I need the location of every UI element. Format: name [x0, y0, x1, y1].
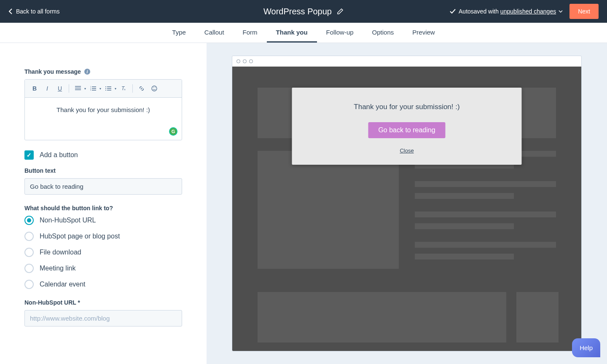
browser-frame: Thank you for your submission! :) Go bac…: [232, 56, 582, 351]
preview-popup: Thank you for your submission! :) Go bac…: [292, 88, 522, 165]
grammarly-icon[interactable]: [169, 127, 177, 136]
header-title-group: WordPress Popup: [263, 7, 344, 16]
autosave-text: Autosaved with unpublished changes: [459, 8, 556, 15]
header-right: Autosaved with unpublished changes Next: [449, 4, 599, 19]
back-label: Back to all forms: [16, 8, 59, 15]
tab-callout[interactable]: Callout: [195, 23, 234, 43]
browser-dot-icon: [243, 59, 247, 63]
skeleton-line: [415, 181, 556, 187]
radio-label: Meeting link: [40, 265, 75, 272]
info-icon[interactable]: i: [84, 69, 90, 75]
link-button[interactable]: [136, 83, 147, 94]
editor-toolbar: B I U ▾ 123▾ ▾ T×: [25, 80, 182, 98]
svg-point-3: [105, 86, 106, 87]
radio-option[interactable]: File download: [24, 248, 182, 257]
unordered-list-button[interactable]: [103, 83, 114, 94]
popup-message: Thank you for your submission! :): [305, 103, 509, 111]
preview-panel: Thank you for your submission! :) Go bac…: [207, 43, 607, 364]
back-link[interactable]: Back to all forms: [8, 8, 59, 15]
chevron-down-icon: [559, 10, 563, 13]
radio-button[interactable]: [24, 232, 34, 241]
caret-icon: ▾: [99, 87, 101, 91]
add-button-checkbox-row[interactable]: Add a button: [24, 150, 182, 160]
button-text-input[interactable]: [24, 178, 182, 195]
rich-text-editor: B I U ▾ 123▾ ▾ T× Thank you for your sub…: [24, 79, 182, 140]
skeleton-block: [258, 292, 506, 343]
radio-label: File download: [40, 249, 81, 256]
radio-button[interactable]: [24, 264, 34, 273]
align-button[interactable]: [73, 83, 83, 94]
settings-panel: Thank you message i B I U ▾ 123▾ ▾ T× Th…: [0, 43, 207, 364]
editor-textarea[interactable]: Thank you for your submission! :): [25, 98, 182, 140]
page-title: WordPress Popup: [263, 7, 332, 16]
thankyou-message-label: Thank you message i: [24, 68, 182, 75]
separator: [132, 84, 133, 93]
underline-button[interactable]: U: [54, 83, 65, 94]
help-button[interactable]: Help: [572, 338, 600, 357]
radio-option[interactable]: Non-HubSpot URL: [24, 216, 182, 225]
svg-point-9: [153, 87, 154, 88]
radio-option[interactable]: HubSpot page or blog post: [24, 232, 182, 241]
button-text-label: Button text: [24, 167, 182, 174]
radio-label: Calendar event: [40, 281, 86, 288]
tabs-nav: TypeCalloutFormThank youFollow-upOptions…: [0, 23, 607, 43]
tab-preview[interactable]: Preview: [403, 23, 444, 43]
radio-option[interactable]: Meeting link: [24, 264, 182, 273]
skeleton-line: [415, 193, 514, 199]
popup-close-link[interactable]: Close: [305, 147, 509, 154]
tab-form[interactable]: Form: [234, 23, 267, 43]
svg-text:3: 3: [90, 89, 91, 91]
check-icon: [449, 8, 456, 15]
radio-option[interactable]: Calendar event: [24, 280, 182, 289]
italic-button[interactable]: I: [42, 83, 53, 94]
skeleton-line: [415, 223, 514, 229]
link-to-radio-group: Non-HubSpot URLHubSpot page or blog post…: [24, 216, 182, 289]
browser-dot-icon: [249, 59, 253, 63]
skeleton-bottom: [258, 292, 559, 343]
tab-thank-you[interactable]: Thank you: [267, 23, 317, 43]
popup-cta-button[interactable]: Go back to reading: [368, 122, 445, 138]
bold-button[interactable]: B: [29, 83, 40, 94]
add-button-label: Add a button: [40, 151, 78, 159]
radio-label: HubSpot page or blog post: [40, 233, 120, 240]
main-content: Thank you message i B I U ▾ 123▾ ▾ T× Th…: [0, 43, 607, 364]
browser-dot-icon: [236, 59, 240, 63]
add-button-checkbox[interactable]: [24, 150, 34, 160]
radio-button[interactable]: [24, 248, 34, 257]
edit-icon[interactable]: [337, 8, 344, 15]
url-label: Non-HubSpot URL *: [24, 299, 182, 306]
separator: [69, 84, 69, 93]
skeleton-line: [415, 211, 556, 217]
radio-button[interactable]: [24, 216, 34, 225]
radio-label: Non-HubSpot URL: [40, 217, 96, 224]
clear-format-button[interactable]: T×: [118, 83, 129, 94]
skeleton-block: [516, 292, 559, 343]
svg-point-4: [105, 88, 106, 89]
svg-point-5: [105, 90, 106, 91]
emoji-button[interactable]: [149, 83, 160, 94]
svg-point-10: [155, 87, 156, 88]
caret-icon: ▾: [115, 87, 116, 91]
svg-point-8: [152, 86, 157, 91]
tab-follow-up[interactable]: Follow-up: [317, 23, 363, 43]
skeleton-line: [415, 242, 556, 248]
browser-body: Thank you for your submission! :) Go bac…: [232, 67, 581, 351]
tab-type[interactable]: Type: [163, 23, 195, 43]
skeleton-block: [258, 151, 399, 269]
tab-options[interactable]: Options: [363, 23, 403, 43]
ordered-list-button[interactable]: 123: [88, 83, 99, 94]
url-input[interactable]: [24, 310, 182, 327]
caret-icon: ▾: [84, 87, 86, 91]
chevron-left-icon: [8, 8, 13, 15]
svg-text:×: ×: [124, 88, 126, 91]
link-to-label: What should the button link to?: [24, 205, 182, 211]
skeleton-line: [415, 254, 514, 260]
browser-controls: [232, 56, 581, 67]
autosave-status[interactable]: Autosaved with unpublished changes: [449, 8, 563, 15]
next-button[interactable]: Next: [569, 4, 599, 19]
radio-button[interactable]: [24, 280, 34, 289]
app-header: Back to all forms WordPress Popup Autosa…: [0, 0, 607, 23]
